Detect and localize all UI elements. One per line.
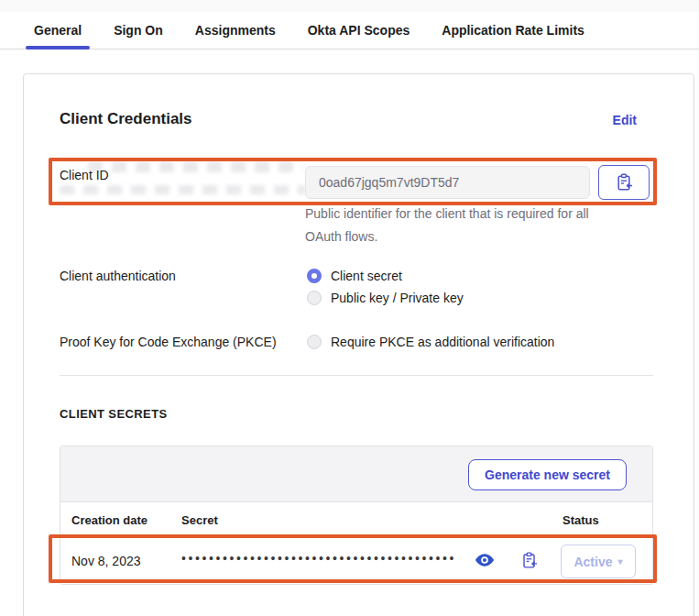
column-header-secret: Secret [181,513,218,527]
clipboard-copy-icon [616,173,633,192]
redaction-ghost [88,161,303,172]
generate-new-secret-button[interactable]: Generate new secret [468,459,627,490]
client-id-help-text: Public identifier for the client that is… [305,203,628,248]
pkce-checkbox[interactable] [307,335,322,349]
tab-assignments[interactable]: Assignments [187,12,284,49]
table-header-row: Creation date Secret Status [60,502,652,538]
radio-public-private-key-label: Public key / Private key [331,291,464,305]
page-top-strip [0,0,699,12]
masked-secret-value: •••••••••••••••••••••••••••••••••••••••• [181,551,469,566]
chevron-down-icon: ▾ [618,556,623,566]
client-secrets-toolbar: Generate new secret [60,446,652,502]
radio-client-secret[interactable] [307,269,322,283]
pkce-option-label: Require PKCE as additional verification [331,335,554,349]
client-id-label: Client ID [60,168,109,182]
client-credentials-title: Client Credentials [60,110,192,128]
client-secrets-title: CLIENT SECRETS [60,407,168,421]
tab-application-rate-limits[interactable]: Application Rate Limits [433,12,593,49]
tab-sign-on[interactable]: Sign On [105,12,171,49]
client-id-input[interactable] [305,166,590,199]
column-header-creation-date: Creation date [71,513,147,527]
clipboard-copy-icon [521,552,538,569]
table-row: Nov 8, 2023 ••••••••••••••••••••••••••••… [60,538,652,584]
client-secrets-table: Generate new secret Creation date Secret… [60,446,653,585]
status-dropdown-active[interactable]: Active ▾ [561,544,636,578]
reveal-secret-button[interactable] [475,552,495,568]
section-divider [60,375,653,376]
client-credentials-card: Client Credentials Edit Client ID Public… [23,73,694,616]
secret-creation-date: Nov 8, 2023 [71,554,141,568]
copy-secret-button[interactable] [519,550,540,570]
pkce-label: Proof Key for Code Exchange (PKCE) [60,335,277,349]
edit-link[interactable]: Edit [613,113,637,127]
radio-public-private-key[interactable] [307,291,322,305]
tab-general[interactable]: General [26,12,90,49]
redaction-ghost [60,185,305,194]
copy-client-id-button[interactable] [598,165,650,200]
app-tab-bar: General Sign On Assignments Okta API Sco… [0,12,699,50]
status-label: Active [573,555,612,569]
eye-icon [475,554,494,566]
tab-okta-api-scopes[interactable]: Okta API Scopes [300,12,419,49]
column-header-status: Status [562,513,599,527]
radio-client-secret-label: Client secret [331,269,402,283]
client-authentication-label: Client authentication [60,269,176,283]
